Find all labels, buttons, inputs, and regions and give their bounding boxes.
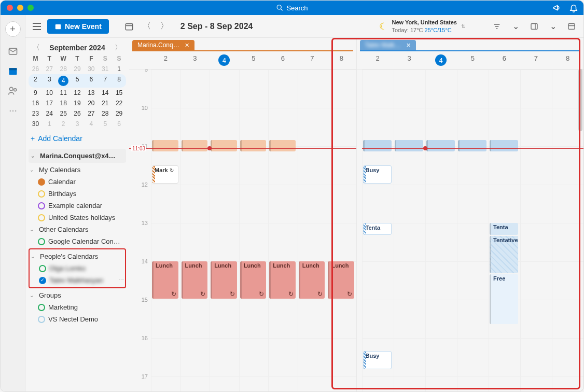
calendar-item[interactable]: Tatev Malkhasyan⋯ xyxy=(30,274,125,286)
calendar-event[interactable] xyxy=(426,140,455,152)
today-button[interactable] xyxy=(122,20,136,33)
calendar-event[interactable]: Lunch↻ xyxy=(240,261,267,299)
mail-icon[interactable] xyxy=(8,46,18,57)
calendar-item[interactable]: Example calendar xyxy=(29,200,126,212)
mini-cal-day[interactable]: 23 xyxy=(29,108,43,119)
day-header[interactable]: 8 xyxy=(327,51,356,69)
mini-cal-day[interactable]: 9 xyxy=(29,88,43,98)
prev-week-button[interactable]: 〈 xyxy=(140,20,154,33)
mini-cal-day[interactable]: 11 xyxy=(57,88,71,98)
mini-cal-day[interactable]: 10 xyxy=(43,88,57,98)
mini-cal-day[interactable]: 3 xyxy=(43,74,57,88)
mini-cal-day[interactable]: 27 xyxy=(84,108,98,119)
mini-cal-day[interactable]: 25 xyxy=(57,108,71,119)
window-maximize[interactable] xyxy=(27,5,34,11)
calendar-item[interactable]: Marketing xyxy=(29,301,126,313)
mini-cal-day[interactable]: 26 xyxy=(71,108,85,119)
megaphone-icon[interactable] xyxy=(552,3,562,12)
day-header[interactable]: 7 xyxy=(298,51,327,69)
mini-cal-day[interactable]: 29 xyxy=(71,64,85,74)
mini-cal-day[interactable]: 31 xyxy=(98,64,112,74)
mini-cal-day[interactable]: 6 xyxy=(84,74,98,88)
mini-cal-day[interactable]: 4 xyxy=(84,119,98,129)
day-header[interactable]: 7 xyxy=(520,51,552,69)
calendar-group-header[interactable]: ⌄Other Calendars xyxy=(29,223,126,235)
bell-icon[interactable] xyxy=(569,3,578,12)
close-icon[interactable]: ✕ xyxy=(406,42,411,49)
mini-cal-day[interactable]: 4 xyxy=(57,74,71,88)
mini-cal-day[interactable]: 1 xyxy=(43,119,57,129)
filter-icon[interactable] xyxy=(490,20,504,33)
calendar-event[interactable] xyxy=(363,140,392,152)
calendar-event[interactable]: Free xyxy=(490,274,518,325)
calendar-event[interactable] xyxy=(269,140,296,152)
hamburger-icon[interactable] xyxy=(31,20,43,33)
calendar-event[interactable] xyxy=(182,140,208,152)
chevron-down-icon[interactable]: ⌄ xyxy=(509,20,522,33)
calendar-group-header[interactable]: ⌄People's Calendars xyxy=(30,250,125,262)
mini-cal-day[interactable]: 28 xyxy=(57,64,71,74)
mini-cal-day[interactable]: 15 xyxy=(112,88,126,98)
mini-cal-day[interactable]: 28 xyxy=(98,108,112,119)
mini-cal-day[interactable]: 20 xyxy=(84,98,98,108)
day-header[interactable]: 4 xyxy=(425,51,457,69)
new-event-button[interactable]: New Event xyxy=(47,19,109,34)
calendar-event[interactable] xyxy=(240,140,267,152)
mini-cal-day[interactable]: 26 xyxy=(29,64,43,74)
people-icon[interactable] xyxy=(8,86,18,96)
day-header[interactable]: 6 xyxy=(489,51,520,69)
mini-cal-prev[interactable]: 〈 xyxy=(31,43,42,52)
mini-cal-day[interactable]: 29 xyxy=(112,108,126,119)
calendar-event[interactable]: Lunch↻ xyxy=(328,261,354,299)
chevron-down-icon-2[interactable]: ⌄ xyxy=(546,20,560,33)
window-close[interactable] xyxy=(7,5,13,11)
calendar-event[interactable] xyxy=(211,140,237,152)
mini-cal-day[interactable]: 5 xyxy=(71,74,85,88)
mini-cal-day[interactable]: 16 xyxy=(29,98,43,108)
calendar-event[interactable] xyxy=(458,140,486,152)
day-header[interactable]: 5 xyxy=(239,51,269,69)
scrollbar[interactable] xyxy=(578,69,582,131)
calendar-item[interactable]: Olga Lomko xyxy=(30,262,125,274)
calendar-event[interactable]: Lunch↻ xyxy=(152,261,178,299)
calendar-event[interactable]: Tentative xyxy=(490,236,518,273)
mini-cal-day[interactable]: 1 xyxy=(112,64,126,74)
calendar-tab-left[interactable]: Marina.Conq… ✕ xyxy=(132,40,194,50)
mini-cal-day[interactable]: 19 xyxy=(71,98,85,108)
day-header[interactable]: 3 xyxy=(180,51,210,69)
mini-cal-day[interactable]: 2 xyxy=(29,74,43,88)
mini-cal-day[interactable]: 6 xyxy=(112,119,126,129)
calendar-group-header[interactable]: ⌄Groups xyxy=(29,289,126,301)
calendar-event[interactable]: Busy xyxy=(363,351,392,369)
mini-cal-day[interactable]: 12 xyxy=(71,88,85,98)
calendar-event[interactable]: Mark ↻ xyxy=(152,165,178,184)
weather-widget[interactable]: ☾ New York, United States Today: 17°C 25… xyxy=(379,19,465,34)
calendar-event[interactable]: Lunch↻ xyxy=(269,261,296,299)
layout-icon[interactable] xyxy=(565,20,578,33)
close-icon[interactable]: ✕ xyxy=(185,42,189,49)
day-header[interactable]: 8 xyxy=(552,51,583,69)
mini-cal-day[interactable]: 14 xyxy=(98,88,112,98)
day-header[interactable]: 2 xyxy=(362,51,394,69)
mini-cal-day[interactable]: 21 xyxy=(98,98,112,108)
mini-cal-day[interactable]: 24 xyxy=(43,108,57,119)
calendar-event[interactable]: Lunch↻ xyxy=(299,261,325,299)
mini-cal-day[interactable]: 18 xyxy=(57,98,71,108)
calendar-event[interactable]: Lunch↻ xyxy=(211,261,237,299)
account-row[interactable]: ⌄ Marina.Conquest@x4… xyxy=(29,149,126,163)
mini-calendar[interactable]: MTWTFSS262728293031123456789101112131415… xyxy=(29,53,126,129)
calendar-item[interactable]: VS Nectel Demo xyxy=(29,313,126,325)
day-header[interactable]: 2 xyxy=(151,51,180,69)
calendar-event[interactable] xyxy=(490,140,518,152)
calendar-item[interactable]: Calendar xyxy=(29,176,126,188)
calendar-event[interactable]: Busy xyxy=(363,165,392,184)
day-header[interactable]: 6 xyxy=(268,51,298,69)
calendar-event[interactable]: Lunch↻ xyxy=(182,261,208,299)
search-field[interactable]: Search xyxy=(276,4,308,12)
mini-cal-day[interactable]: 30 xyxy=(29,119,43,129)
calendar-tab-right[interactable]: Tatev Malk… ✕ xyxy=(360,40,416,50)
mini-cal-day[interactable]: 3 xyxy=(71,119,85,129)
next-week-button[interactable]: 〉 xyxy=(158,20,171,33)
more-icon[interactable]: ⋯ xyxy=(8,105,18,116)
calendar-icon[interactable] xyxy=(8,66,18,76)
